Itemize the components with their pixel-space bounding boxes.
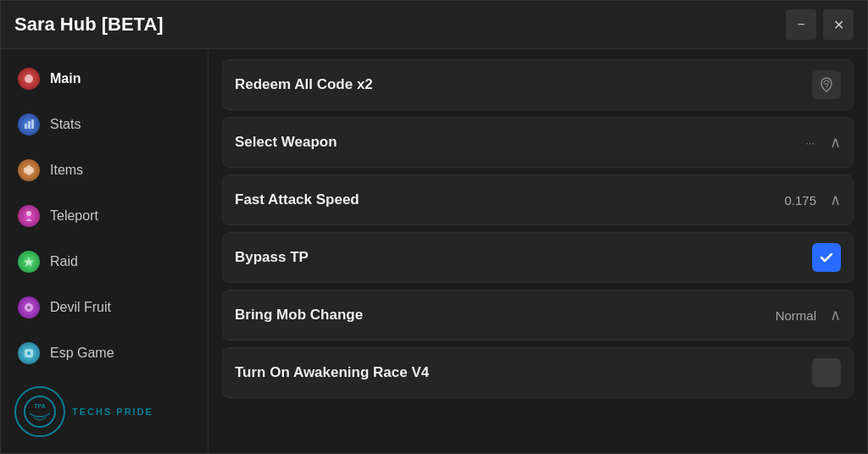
sidebar-item-main[interactable]: Main xyxy=(1,56,208,102)
main-icon xyxy=(18,68,40,90)
svg-rect-1 xyxy=(25,124,27,129)
svg-marker-6 xyxy=(24,257,34,267)
window-controls: − ✕ xyxy=(786,9,854,40)
feature-row-bypass[interactable]: Bypass TP xyxy=(222,232,854,283)
mob-chevron-icon: ∧ xyxy=(830,306,841,324)
svg-point-10 xyxy=(27,352,31,355)
sidebar: Main Stats Items Teleport xyxy=(1,49,209,453)
sidebar-logo: TPA TECHS PRIDE xyxy=(1,376,208,447)
svg-rect-2 xyxy=(28,121,31,129)
title-bar: Sara Hub [BETA] − ✕ xyxy=(1,1,867,49)
sidebar-item-esp[interactable]: Esp Game xyxy=(1,330,208,376)
app-window: Sara Hub [BETA] − ✕ Main Stats xyxy=(0,0,868,454)
feature-label-bypass: Bypass TP xyxy=(235,249,309,266)
feature-label-redeem: Redeem All Code x2 xyxy=(235,76,373,93)
svg-point-8 xyxy=(27,306,31,309)
stats-icon xyxy=(18,114,40,136)
sidebar-label-esp: Esp Game xyxy=(50,346,114,361)
esp-icon xyxy=(18,342,40,364)
app-title: Sara Hub [BETA] xyxy=(14,14,164,36)
feature-row-mob[interactable]: Bring Mob Change Normal ∧ xyxy=(222,290,854,340)
feature-label-awakening: Turn On Awakening Race V4 xyxy=(235,364,429,381)
feature-label-attack: Fast Attack Speed xyxy=(235,191,359,208)
sidebar-label-devil: Devil Fruit xyxy=(50,300,111,315)
devil-icon xyxy=(18,296,40,318)
feature-control-attack: 0.175 ∧ xyxy=(784,191,841,209)
svg-point-11 xyxy=(25,396,55,427)
sidebar-label-stats: Stats xyxy=(50,117,81,132)
app-body: Main Stats Items Teleport xyxy=(1,49,867,453)
svg-point-0 xyxy=(25,75,33,83)
main-content: Redeem All Code x2 Select Weapon ··· xyxy=(209,49,867,453)
feature-control-bypass xyxy=(812,243,841,272)
sidebar-label-raid: Raid xyxy=(50,254,78,269)
sidebar-item-items[interactable]: Items xyxy=(1,147,208,193)
sidebar-label-items: Items xyxy=(50,163,83,178)
attack-chevron-icon: ∧ xyxy=(830,191,841,209)
awakening-checkbox[interactable] xyxy=(812,358,841,387)
sidebar-item-stats[interactable]: Stats xyxy=(1,102,208,147)
items-icon xyxy=(18,159,40,181)
svg-rect-3 xyxy=(31,119,34,129)
svg-marker-4 xyxy=(24,165,34,175)
sidebar-item-teleport[interactable]: Teleport xyxy=(1,193,208,239)
svg-point-5 xyxy=(26,211,31,216)
feature-row-awakening[interactable]: Turn On Awakening Race V4 xyxy=(222,347,854,398)
sidebar-item-raid[interactable]: Raid xyxy=(1,239,208,285)
feature-control-weapon: ··· ∧ xyxy=(805,133,841,152)
svg-text:TPA: TPA xyxy=(34,403,45,409)
weapon-chevron-icon: ∧ xyxy=(830,133,841,152)
sidebar-label-teleport: Teleport xyxy=(50,208,98,224)
logo-text: TECHS PRIDE xyxy=(72,407,153,417)
fingerprint-icon xyxy=(812,70,841,99)
mob-value: Normal xyxy=(776,308,816,323)
feature-control-redeem xyxy=(812,70,841,99)
logo-circle: TPA xyxy=(14,386,65,437)
sidebar-item-devil[interactable]: Devil Fruit xyxy=(1,285,208,330)
feature-control-mob: Normal ∧ xyxy=(776,306,841,324)
minimize-button[interactable]: − xyxy=(786,9,816,40)
teleport-icon xyxy=(18,205,40,227)
attack-value: 0.175 xyxy=(784,193,816,208)
feature-row-redeem[interactable]: Redeem All Code x2 xyxy=(222,59,854,110)
feature-label-weapon: Select Weapon xyxy=(235,134,337,151)
bypass-checkbox[interactable] xyxy=(812,243,841,272)
dots-label: ··· xyxy=(805,136,815,149)
feature-label-mob: Bring Mob Change xyxy=(235,307,363,324)
sidebar-label-main: Main xyxy=(50,71,81,86)
feature-row-attack[interactable]: Fast Attack Speed 0.175 ∧ xyxy=(222,174,854,225)
feature-row-weapon[interactable]: Select Weapon ··· ∧ xyxy=(222,117,854,168)
raid-icon xyxy=(18,251,40,273)
feature-control-awakening xyxy=(812,358,841,387)
close-button[interactable]: ✕ xyxy=(823,9,854,40)
